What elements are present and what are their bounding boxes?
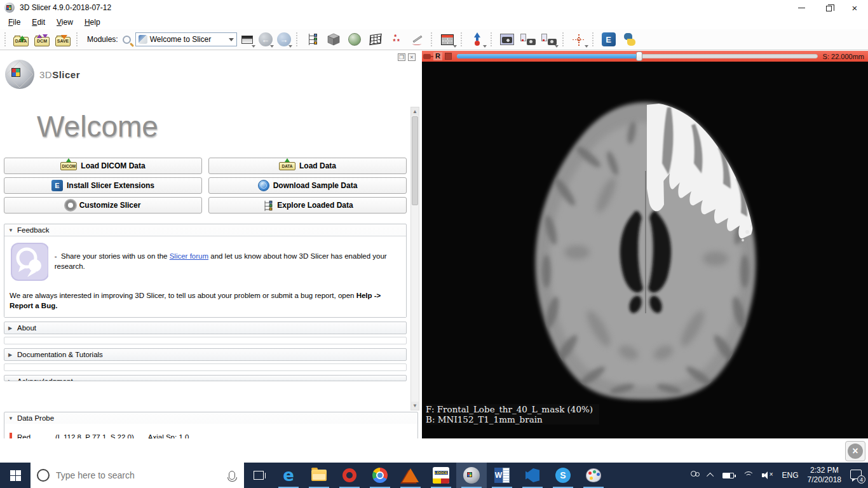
- panel-float-button[interactable]: ❐: [398, 53, 405, 61]
- transforms-button[interactable]: [468, 30, 487, 48]
- file-explorer-icon: [311, 470, 327, 481]
- language-indicator[interactable]: ENG: [782, 471, 799, 480]
- toolbar-grip[interactable]: [491, 32, 494, 46]
- taskbar-slicer-active[interactable]: [456, 463, 487, 488]
- menu-help[interactable]: Help: [79, 17, 106, 28]
- microphone-icon[interactable]: [229, 471, 235, 480]
- load-data-button-welcome[interactable]: DATA Load Data: [208, 158, 407, 174]
- toolbar-grip[interactable]: [296, 32, 299, 46]
- load-data-button[interactable]: DATA: [11, 30, 31, 48]
- slicer-forum-link[interactable]: Slicer forum: [170, 252, 208, 260]
- wifi-icon[interactable]: [743, 471, 753, 479]
- toolbar-grip[interactable]: [4, 32, 8, 46]
- taskbar-word[interactable]: W: [487, 463, 517, 488]
- taskbar-matlab[interactable]: [395, 463, 426, 488]
- data-probe-header[interactable]: ▼ Data Probe: [4, 412, 417, 424]
- action-center-button[interactable]: 4: [850, 470, 863, 481]
- panel-close-button[interactable]: ×: [408, 53, 416, 61]
- markups-button[interactable]: * * *: [387, 30, 406, 48]
- taskbar-vscode[interactable]: [517, 463, 548, 488]
- taskbar-file-explorer[interactable]: [304, 463, 334, 488]
- history-back-button[interactable]: ←: [257, 30, 274, 48]
- toolbar-grip[interactable]: [431, 32, 434, 46]
- about-header[interactable]: ▶ About: [4, 322, 406, 334]
- module-search-icon[interactable]: [123, 36, 131, 44]
- layout-selector-button[interactable]: [438, 30, 457, 48]
- taskbar-ldoce[interactable]: LDOCE: [426, 463, 456, 488]
- annotation-foreground: F: Frontal_Lobe_thr_40_L_mask (40%): [426, 404, 593, 414]
- taskbar-chrome[interactable]: [365, 463, 395, 488]
- taskbar-skype[interactable]: S: [548, 463, 578, 488]
- slider-handle[interactable]: [636, 51, 642, 61]
- dismiss-overlay-button[interactable]: ×: [845, 441, 865, 461]
- toolbar-grip[interactable]: [562, 32, 566, 46]
- toolbar-grip[interactable]: [461, 32, 464, 46]
- pin-icon[interactable]: [423, 54, 431, 59]
- cortana-icon: [37, 469, 50, 482]
- save-button[interactable]: SAVE: [53, 30, 72, 48]
- slice-offset-slider[interactable]: [457, 53, 818, 59]
- windows-logo-icon: [10, 470, 21, 481]
- scroll-down-arrow[interactable]: ▼: [411, 402, 419, 410]
- volume-muted-icon[interactable]: ×: [762, 471, 773, 479]
- hierarchy-icon: [262, 200, 273, 211]
- screenshot-button[interactable]: [498, 30, 517, 48]
- data-folder-icon: DATA: [279, 162, 295, 170]
- annotations-button[interactable]: [408, 30, 427, 48]
- python-console-button[interactable]: [620, 30, 639, 48]
- taskbar-opera[interactable]: [334, 463, 365, 488]
- slice-viewport[interactable]: F: Frontal_Lobe_thr_40_L_mask (40%) B: M…: [422, 62, 868, 438]
- menu-edit[interactable]: Edit: [26, 17, 51, 28]
- taskbar-search[interactable]: [31, 463, 244, 488]
- search-input[interactable]: [56, 470, 222, 480]
- download-sample-data-button[interactable]: Download Sample Data: [208, 177, 407, 194]
- docs-header[interactable]: ▶ Documentation & Tutorials: [4, 349, 406, 360]
- orientation-label: R: [433, 52, 442, 60]
- feedback-header[interactable]: ▼ Feedback: [4, 224, 406, 236]
- volume-rendering-button[interactable]: [324, 30, 343, 48]
- chrome-icon: [372, 468, 388, 483]
- close-button[interactable]: ×: [841, 0, 868, 15]
- chevron-down-icon: [252, 45, 255, 48]
- explore-loaded-data-button[interactable]: Explore Loaded Data: [208, 197, 407, 214]
- start-button[interactable]: [0, 463, 31, 488]
- close-icon: ×: [852, 3, 858, 13]
- extensions-manager-button[interactable]: E: [599, 30, 618, 48]
- battery-icon[interactable]: [722, 473, 734, 478]
- acknowledgment-header[interactable]: ▶ Acknowledgment: [4, 376, 406, 381]
- subject-hierarchy-button[interactable]: [303, 30, 322, 48]
- task-view-button[interactable]: [244, 463, 273, 488]
- module-selector[interactable]: Welcome to Slicer: [135, 32, 237, 46]
- slice-menu-icon[interactable]: [445, 53, 452, 60]
- panel-scrollbar[interactable]: ▲ ▼: [410, 107, 419, 410]
- crosshair-button[interactable]: [569, 30, 588, 48]
- history-forward-button[interactable]: →: [276, 30, 292, 48]
- scroll-up-arrow[interactable]: ▲: [411, 107, 419, 116]
- scrollbar-thumb[interactable]: [412, 116, 418, 205]
- menu-view[interactable]: View: [51, 17, 79, 28]
- scene-view-capture-button[interactable]: [519, 30, 538, 48]
- toolbar-grip[interactable]: [76, 32, 79, 46]
- scene-view-restore-button[interactable]: [539, 30, 559, 48]
- taskbar-edge[interactable]: e: [273, 463, 304, 488]
- main-toolbar: DATA DCM SAVE Modules: Welcome to Slicer…: [0, 29, 868, 50]
- module-panel: ❐ × 3DSlicer Welcome DICOM Load DICOM Da…: [0, 51, 422, 438]
- minimize-button[interactable]: [788, 0, 815, 15]
- customize-slicer-button[interactable]: Customize Slicer: [4, 197, 202, 214]
- load-dicom-button[interactable]: DCM: [32, 30, 51, 48]
- model-sphere-icon: [348, 33, 361, 46]
- restore-button[interactable]: [815, 0, 841, 15]
- install-extensions-button[interactable]: E Install Slicer Extensions: [4, 177, 202, 194]
- people-icon[interactable]: [689, 471, 700, 480]
- menu-file[interactable]: File: [3, 17, 26, 28]
- models-button[interactable]: [345, 30, 364, 48]
- screen-capture-button[interactable]: [239, 30, 255, 48]
- toolbar-grip[interactable]: [592, 32, 595, 46]
- tray-expand-icon[interactable]: [707, 473, 714, 480]
- transform-grid-icon: [369, 34, 381, 45]
- clock[interactable]: 2:32 PM 7/20/2018: [808, 466, 841, 485]
- transforms-grid-button[interactable]: [366, 30, 385, 48]
- load-dicom-data-button[interactable]: DICOM Load DICOM Data: [4, 158, 202, 174]
- taskbar-paint[interactable]: [578, 463, 609, 488]
- chevron-down-icon: [483, 45, 487, 48]
